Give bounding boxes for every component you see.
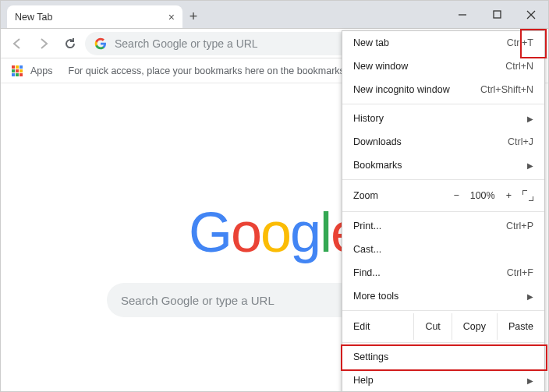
edit-cut[interactable]: Cut — [413, 313, 451, 340]
menu-print[interactable]: Print...Ctrl+P — [342, 214, 544, 238]
window-controls — [445, 1, 548, 28]
minimize-button[interactable] — [445, 1, 480, 28]
svg-rect-1 — [494, 11, 501, 18]
google-g-icon — [94, 37, 107, 50]
zoom-out-button[interactable]: − — [453, 190, 459, 201]
menu-new-window[interactable]: New windowCtrl+N — [342, 55, 544, 78]
menu-edit-row: Edit Cut Copy Paste — [342, 313, 544, 340]
apps-icon[interactable] — [12, 65, 23, 76]
menu-new-incognito[interactable]: New incognito windowCtrl+Shift+N — [342, 78, 544, 101]
menu-help[interactable]: Help▶ — [342, 369, 544, 392]
menu-bookmarks[interactable]: Bookmarks▶ — [342, 154, 544, 177]
fullscreen-icon[interactable] — [522, 190, 533, 201]
search-placeholder: Search Google or type a URL — [121, 294, 274, 307]
apps-label[interactable]: Apps — [30, 65, 53, 76]
menu-cast[interactable]: Cast... — [342, 238, 544, 261]
edit-copy[interactable]: Copy — [452, 313, 497, 340]
menu-new-tab[interactable]: New tabCtrl+T — [342, 31, 544, 55]
edit-paste[interactable]: Paste — [497, 313, 544, 340]
zoom-value: 100% — [470, 190, 495, 201]
browser-tab[interactable]: New Tab × — [7, 5, 182, 28]
menu-find[interactable]: Find...Ctrl+F — [342, 261, 544, 284]
menu-more-tools[interactable]: More tools▶ — [342, 284, 544, 308]
menu-downloads[interactable]: DownloadsCtrl+J — [342, 130, 544, 154]
title-bar: New Tab × + — [1, 1, 548, 29]
zoom-in-button[interactable]: + — [506, 190, 512, 201]
menu-history[interactable]: History▶ — [342, 107, 544, 130]
close-tab-icon[interactable]: × — [168, 11, 175, 23]
new-tab-button[interactable]: + — [182, 5, 204, 28]
close-window-button[interactable] — [514, 1, 548, 28]
menu-zoom: Zoom − 100% + — [342, 182, 544, 209]
maximize-button[interactable] — [480, 1, 514, 28]
tab-title: New Tab — [15, 12, 52, 23]
bookmarks-hint: For quick access, place your bookmarks h… — [69, 65, 359, 76]
google-logo: Google — [189, 200, 360, 264]
reload-button[interactable] — [58, 32, 82, 55]
chrome-menu: New tabCtrl+T New windowCtrl+N New incog… — [342, 30, 545, 392]
back-button[interactable] — [5, 32, 29, 55]
address-bar-placeholder: Search Google or type a URL — [115, 37, 258, 50]
menu-settings[interactable]: Settings — [342, 345, 544, 369]
forward-button[interactable] — [32, 32, 55, 55]
